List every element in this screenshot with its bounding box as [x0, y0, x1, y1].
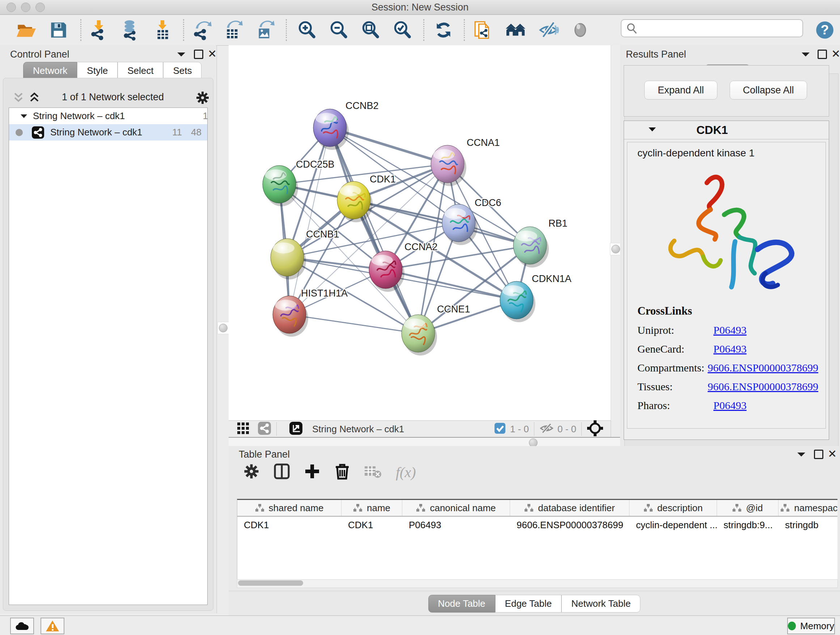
grid-view-icon[interactable]: [237, 422, 249, 436]
export-table-icon[interactable]: [222, 19, 244, 41]
table-panel-menu-icon[interactable]: [797, 451, 806, 459]
crosslink-link[interactable]: P06493: [714, 343, 747, 355]
node-RB1[interactable]: RB1: [513, 218, 568, 268]
collapse-all-button[interactable]: Collapse All: [729, 81, 807, 100]
gene-expander-icon[interactable]: [648, 126, 657, 134]
cell-name[interactable]: CDK1: [341, 519, 402, 531]
save-session-icon[interactable]: [48, 19, 69, 41]
tab-edge-table[interactable]: Edge Table: [495, 595, 562, 613]
cell-database-identifier[interactable]: 9606.ENSP00000378699: [510, 519, 630, 531]
delete-column-icon[interactable]: [334, 463, 350, 481]
tab-select[interactable]: Select: [118, 62, 163, 80]
network-row[interactable]: String Network – cdk1 11 48: [9, 124, 207, 141]
selected-checkbox-icon[interactable]: [494, 423, 506, 435]
show-glyphs-eye-icon[interactable]: [569, 19, 591, 41]
warning-button[interactable]: [41, 618, 65, 634]
add-column-icon[interactable]: [304, 463, 321, 481]
column-header-database-identifier[interactable]: database identifier: [510, 500, 630, 516]
left-splitter-handle[interactable]: [218, 322, 229, 334]
gene-entry-header[interactable]: CDK1: [624, 121, 829, 139]
search-field-wrap: [621, 19, 803, 37]
crosslink-label: Tissues:: [638, 380, 707, 393]
hide-glyphs-eye-slash-icon[interactable]: [538, 19, 559, 41]
table-panel-float-icon[interactable]: [814, 450, 823, 459]
home-icon[interactable]: [506, 19, 527, 41]
tab-network-table[interactable]: Network Table: [561, 595, 640, 613]
control-panel-menu-icon[interactable]: [177, 51, 186, 59]
column-header-description[interactable]: description: [630, 500, 717, 516]
left-splitter[interactable]: [216, 45, 217, 613]
export-network-icon[interactable]: [191, 19, 213, 41]
crosslink-label: Uniprot:: [638, 324, 714, 336]
zoom-out-icon[interactable]: [328, 19, 349, 41]
control-panel-close-icon[interactable]: ✕: [208, 48, 217, 60]
crosslink-link[interactable]: 9606.ENSP00000378699: [707, 362, 818, 374]
table-horizontal-scrollbar[interactable]: [237, 579, 838, 588]
tab-node-table[interactable]: Node Table: [428, 595, 495, 613]
detach-view-icon[interactable]: [289, 421, 303, 437]
zoom-in-icon[interactable]: [296, 19, 317, 41]
cell-description[interactable]: cyclin-dependent ...: [630, 519, 717, 531]
show-columns-icon[interactable]: [273, 463, 290, 481]
navbar-separator: [581, 422, 582, 436]
node-HIST1H1A[interactable]: HIST1H1A: [273, 288, 347, 337]
tab-sets[interactable]: Sets: [163, 62, 202, 80]
column-header-@id[interactable]: @id: [717, 500, 778, 516]
toolbar-separator: [423, 19, 424, 41]
update-icon[interactable]: [433, 19, 454, 41]
expand-all-icon[interactable]: [28, 91, 41, 107]
crosslink-label: Pharos:: [638, 399, 714, 412]
network-options-gear-icon[interactable]: [195, 90, 210, 108]
control-panel-float-icon[interactable]: [194, 50, 203, 59]
help-icon[interactable]: ?: [814, 19, 836, 41]
results-panel-menu-icon[interactable]: [801, 51, 810, 59]
column-type-icon: [780, 504, 790, 512]
cloud-button[interactable]: [10, 618, 34, 634]
node-label-CCNE1: CCNE1: [437, 304, 470, 315]
search-input[interactable]: [621, 19, 803, 37]
node-CCNA1[interactable]: CCNA1: [431, 137, 500, 186]
table-data-row[interactable]: CDK1CDK1P064939606.ENSP00000378699cyclin…: [237, 516, 837, 533]
collapse-all-icon[interactable]: [12, 91, 25, 107]
export-image-icon[interactable]: [254, 19, 276, 41]
column-type-icon: [416, 504, 425, 512]
hidden-eye-slash-icon[interactable]: [539, 423, 554, 435]
crosslink-link[interactable]: P06493: [714, 399, 747, 412]
results-panel-close-icon[interactable]: ✕: [831, 48, 840, 60]
cell-namespace[interactable]: stringdb: [778, 519, 837, 531]
column-header-shared-name[interactable]: shared name: [237, 500, 341, 516]
scrollbar-thumb[interactable]: [238, 580, 303, 586]
import-network-from-database-icon[interactable]: [119, 19, 141, 41]
cell-shared-name[interactable]: CDK1: [237, 519, 341, 531]
network-collection-row[interactable]: String Network – cdk1 1: [9, 108, 218, 124]
birdseye-crosshair-icon[interactable]: [587, 420, 603, 438]
string-document-icon[interactable]: [472, 19, 494, 41]
memory-button[interactable]: Memory: [787, 618, 835, 634]
zoom-fit-icon[interactable]: [360, 19, 381, 41]
column-header-namespace[interactable]: namespace: [778, 500, 837, 516]
tab-network[interactable]: Network: [23, 62, 77, 80]
import-network-icon[interactable]: [88, 19, 110, 41]
crosslink-link[interactable]: P06493: [714, 324, 747, 336]
node-CDC6[interactable]: CDC6: [442, 197, 501, 245]
node-CDKN1A[interactable]: CDKN1A: [500, 273, 572, 322]
network-view-share-icon[interactable]: [257, 421, 271, 437]
table-gear-icon[interactable]: [243, 463, 260, 481]
cell-canonical-name[interactable]: P06493: [402, 519, 510, 531]
results-panel-float-icon[interactable]: [818, 50, 827, 59]
cell-@id[interactable]: stringdb:9...: [717, 519, 778, 531]
node-CCNB2[interactable]: CCNB2: [313, 100, 379, 150]
column-header-name[interactable]: name: [341, 500, 402, 516]
node-CCNE1[interactable]: CCNE1: [401, 304, 470, 356]
node-CDK1[interactable]: CDK1: [337, 174, 396, 222]
column-header-canonical-name[interactable]: canonical name: [402, 500, 510, 516]
zoom-selected-icon[interactable]: [392, 19, 413, 41]
network-canvas[interactable]: CCNB2CCNA1CDC25BCDK1CDC6RB1CCNB1CCNA2CDK…: [229, 45, 611, 420]
import-table-icon[interactable]: [152, 19, 174, 41]
table-panel-close-icon[interactable]: ✕: [828, 448, 837, 460]
tab-style[interactable]: Style: [77, 62, 118, 80]
expand-all-button[interactable]: Expand All: [644, 81, 717, 100]
open-session-icon[interactable]: [15, 19, 37, 41]
crosslink-link[interactable]: 9606.ENSP00000378699: [707, 380, 818, 393]
right-splitter[interactable]: [611, 45, 621, 420]
